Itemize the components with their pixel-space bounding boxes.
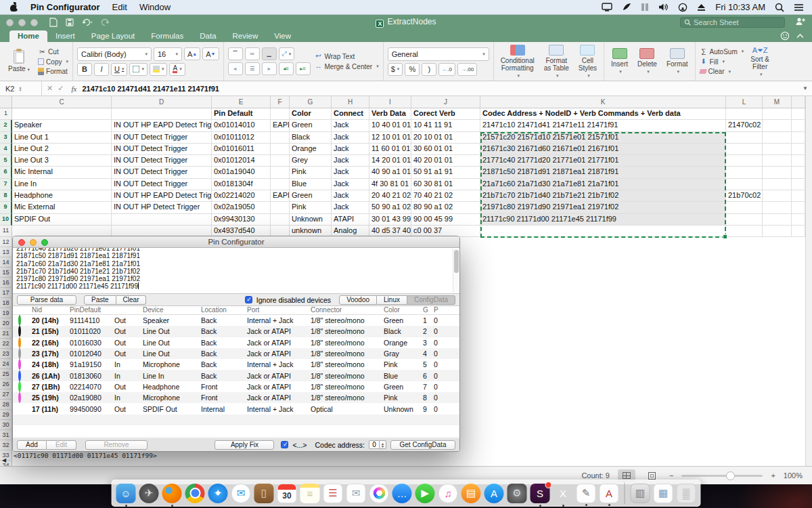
cell-D7[interactable]: IN OUT Detect Trigger	[112, 179, 212, 190]
percent-button[interactable]: %	[405, 63, 420, 76]
cell-L2[interactable]: 21470c02	[726, 120, 763, 131]
calendar-icon[interactable]: 30	[277, 484, 297, 503]
pin-table-row[interactable]: 17 (11h)99450090OutSPDIF OutInternalInte…	[13, 403, 459, 414]
pin-col-header-port[interactable]: Port	[246, 306, 309, 314]
cell-J1[interactable]: Corect Verb	[411, 108, 480, 120]
pin-col-header-g[interactable]: G	[422, 306, 432, 314]
tab-data[interactable]: Data	[191, 30, 224, 42]
row-header-7[interactable]: 7	[0, 179, 12, 190]
cell-11[interactable]	[792, 226, 805, 237]
gauge-icon[interactable]	[678, 3, 687, 12]
graphics-app-icon[interactable]: A	[600, 484, 619, 503]
cell-D4[interactable]: IN OUT Detect Trigger	[112, 144, 212, 155]
column-header-E[interactable]: E	[212, 96, 271, 108]
namebox-stepper[interactable]: ▲▼	[18, 86, 22, 91]
cell-K4[interactable]: 21671c30 21671d60 21671e01 21671f01	[480, 144, 726, 155]
cell-G8[interactable]: Green	[290, 190, 332, 202]
pin-table-row[interactable]: 25 (19h)02a19080InMicrophoneFrontJack or…	[13, 392, 459, 403]
cell-I1[interactable]: Verb Data	[369, 108, 411, 120]
autosum-button[interactable]: ∑AutoSum	[700, 47, 744, 56]
confirm-entry-icon[interactable]: ✓	[58, 84, 64, 93]
increase-indent-button[interactable]: ▸≡	[296, 62, 311, 75]
trash-icon[interactable]: ▒	[677, 484, 696, 503]
cell-G6[interactable]: Pink	[290, 167, 332, 178]
tab-insert[interactable]: Insert	[47, 30, 83, 42]
row-header-19[interactable]: 19	[0, 308, 12, 318]
pin-col-header-dot[interactable]	[13, 306, 30, 314]
tab-review[interactable]: Review	[225, 30, 267, 42]
cell-M5[interactable]	[763, 155, 792, 167]
cell-G2[interactable]: Green	[290, 120, 332, 131]
row-header-1[interactable]: 1	[0, 108, 12, 120]
share-person-icon[interactable]	[795, 17, 805, 28]
row-header-20[interactable]: 20	[0, 318, 12, 329]
cell-styles-button[interactable]: Cell Styles	[576, 45, 600, 79]
volume-icon[interactable]	[658, 3, 669, 12]
underline-button[interactable]: U	[111, 63, 127, 76]
cell-K8[interactable]: 21b71c70 21b71d40 21b71e21 21b71f02	[480, 190, 726, 202]
decrease-decimal-button[interactable]: →.00	[457, 63, 477, 76]
cell-5[interactable]	[792, 155, 805, 167]
system-preferences-icon[interactable]: ⚙	[508, 484, 527, 503]
fill-color-button[interactable]	[150, 63, 168, 76]
excel-window-controls[interactable]	[6, 19, 43, 26]
row-header-28[interactable]: 28	[0, 400, 12, 410]
cell-E2[interactable]: 0x01014010	[212, 120, 271, 131]
cancel-entry-icon[interactable]: ✕	[47, 84, 53, 93]
segment-linux[interactable]: Linux	[377, 295, 407, 305]
font-color-button[interactable]: A	[169, 63, 185, 76]
contacts-icon[interactable]: ▯	[254, 484, 274, 503]
cell-I10[interactable]: 30 01 43 99	[369, 214, 411, 226]
row-header-27[interactable]: 27	[0, 389, 12, 400]
cell-F2[interactable]: EAPD	[271, 120, 290, 131]
align-center-button[interactable]: ☰	[245, 62, 260, 75]
zoom-out-button[interactable]: −	[669, 471, 673, 480]
cell-M11[interactable]	[763, 226, 792, 237]
clear-button-pin[interactable]: Clear	[116, 295, 147, 305]
archive-file-icon[interactable]: ▥	[631, 484, 650, 503]
reminders-icon[interactable]: ☰	[323, 484, 343, 503]
apply-fix-button[interactable]: Apply Fix	[215, 440, 274, 450]
cell-E6[interactable]: 0x01a19040	[212, 167, 271, 178]
cell-C2[interactable]: Speaker	[12, 120, 112, 131]
column-header-G[interactable]: G	[290, 96, 332, 108]
pin-col-header-pin[interactable]: PinDefault	[68, 306, 113, 314]
apple-menu-icon[interactable]	[9, 3, 18, 12]
launchpad-icon[interactable]: ✈	[139, 484, 159, 503]
keyboard-icon[interactable]	[641, 3, 649, 12]
cell-C7[interactable]: Line In	[12, 179, 112, 190]
cell-D5[interactable]: IN OUT Detect Trigger	[112, 155, 212, 167]
cell-H7[interactable]: Jack	[332, 179, 369, 190]
cell-L11[interactable]	[726, 226, 763, 237]
spotlight-icon[interactable]	[775, 3, 784, 12]
row-header-17[interactable]: 17	[0, 288, 12, 298]
cell-E3[interactable]: 0x01011012	[212, 132, 271, 144]
itunes-icon[interactable]: ♫	[438, 484, 458, 503]
row-header-8[interactable]: 8	[0, 190, 12, 202]
cell-M6[interactable]	[763, 167, 792, 178]
cell-E7[interactable]: 0x0181304f	[212, 179, 271, 190]
cell-E1[interactable]: Pin Default	[212, 108, 271, 120]
airmail-icon[interactable]: ✉	[231, 484, 251, 503]
cell-M3[interactable]	[763, 132, 792, 144]
italic-button[interactable]: I	[94, 63, 109, 76]
align-right-button[interactable]: ⫸	[262, 62, 277, 75]
pin-table-row[interactable]: 22 (16h)01016030OutLine OutBackJack or A…	[13, 337, 459, 348]
zoom-button[interactable]	[41, 239, 48, 246]
close-button[interactable]	[18, 239, 25, 246]
column-header-M[interactable]: M	[763, 96, 792, 108]
zoom-slider-thumb[interactable]	[726, 471, 735, 480]
notes-icon[interactable]: ≡	[300, 484, 320, 503]
row-header-5[interactable]: 5	[0, 155, 12, 167]
save-icon[interactable]	[66, 18, 74, 26]
cell-D8[interactable]: IN OUT HP EAPD Detect Trigger	[112, 190, 212, 202]
row-header-22[interactable]: 22	[0, 339, 12, 349]
chrome-icon[interactable]	[185, 484, 205, 503]
pin-table-row[interactable]: 26 (1Ah)01813060InLine InBackJack or ATA…	[13, 370, 459, 381]
formula-bar-chevron-icon[interactable]: ▼	[803, 85, 812, 91]
finder-icon[interactable]: ☺	[116, 484, 136, 503]
align-bottom-button[interactable]: ▁	[262, 47, 277, 60]
cell-M9[interactable]	[763, 202, 792, 213]
column-header-F[interactable]: F	[271, 96, 290, 108]
pin-window-controls[interactable]	[18, 239, 48, 246]
